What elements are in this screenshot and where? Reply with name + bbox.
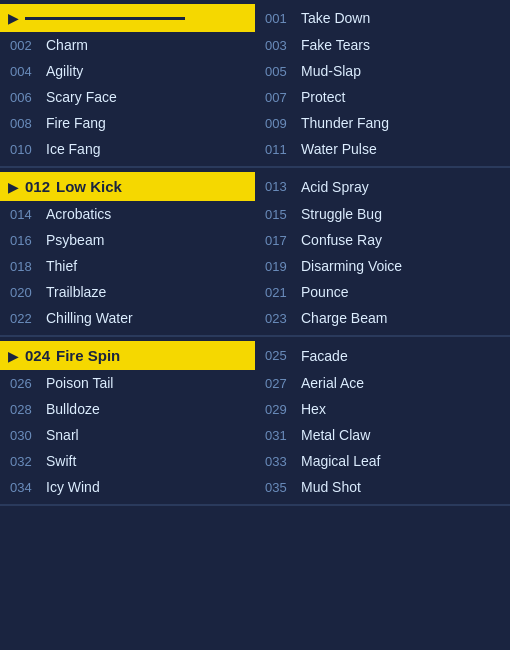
move-name: Fire Fang (46, 115, 106, 131)
section-2: ▶ 012 Low Kick 013 Acid Spray 014 Acroba… (0, 168, 510, 337)
move-num: 002 (10, 38, 42, 53)
move-034[interactable]: 034 Icy Wind (0, 474, 255, 500)
move-031[interactable]: 031 Metal Claw (255, 422, 510, 448)
move-002[interactable]: 002 Charm (0, 32, 255, 58)
move-name: Trailblaze (46, 284, 106, 300)
move-name: Poison Tail (46, 375, 113, 391)
move-name: Thief (46, 258, 77, 274)
move-num: 031 (265, 428, 297, 443)
move-num: 022 (10, 311, 42, 326)
move-014[interactable]: 014 Acrobatics (0, 201, 255, 227)
move-name: Acid Spray (301, 179, 369, 195)
move-num: 017 (265, 233, 297, 248)
move-name: Protect (301, 89, 345, 105)
move-num: 018 (10, 259, 42, 274)
move-019[interactable]: 019 Disarming Voice (255, 253, 510, 279)
move-033[interactable]: 033 Magical Leaf (255, 448, 510, 474)
move-name: Metal Claw (301, 427, 370, 443)
move-num: 013 (265, 179, 297, 194)
move-021[interactable]: 021 Pounce (255, 279, 510, 305)
move-016[interactable]: 016 Psybeam (0, 227, 255, 253)
move-num: 029 (265, 402, 297, 417)
move-023[interactable]: 023 Charge Beam (255, 305, 510, 331)
move-010[interactable]: 010 Ice Fang (0, 136, 255, 162)
move-num: 015 (265, 207, 297, 222)
move-030[interactable]: 030 Snarl (0, 422, 255, 448)
move-003[interactable]: 003 Fake Tears (255, 32, 510, 58)
move-035[interactable]: 035 Mud Shot (255, 474, 510, 500)
move-026[interactable]: 026 Poison Tail (0, 370, 255, 396)
move-name: Mud Shot (301, 479, 361, 495)
move-num: 014 (10, 207, 42, 222)
move-num: 023 (265, 311, 297, 326)
move-name: Charm (46, 37, 88, 53)
move-027[interactable]: 027 Aerial Ace (255, 370, 510, 396)
move-name: Agility (46, 63, 83, 79)
move-name: Bulldoze (46, 401, 100, 417)
move-015[interactable]: 015 Struggle Bug (255, 201, 510, 227)
move-007[interactable]: 007 Protect (255, 84, 510, 110)
move-name: Hex (301, 401, 326, 417)
move-name: Mud-Slap (301, 63, 361, 79)
search-bar[interactable]: ▶ (0, 4, 255, 32)
move-name: Fake Tears (301, 37, 370, 53)
move-022[interactable]: 022 Chilling Water (0, 305, 255, 331)
move-name: Ice Fang (46, 141, 100, 157)
move-num: 016 (10, 233, 42, 248)
move-008[interactable]: 008 Fire Fang (0, 110, 255, 136)
move-017[interactable]: 017 Confuse Ray (255, 227, 510, 253)
move-018[interactable]: 018 Thief (0, 253, 255, 279)
search-line (25, 17, 185, 20)
move-num: 032 (10, 454, 42, 469)
move-001[interactable]: 001 Take Down (255, 4, 510, 32)
move-028[interactable]: 028 Bulldoze (0, 396, 255, 422)
app-container: ▶ 001 Take Down 002 Charm 003 Fake Tears… (0, 0, 510, 506)
move-num: 008 (10, 116, 42, 131)
move-005[interactable]: 005 Mud-Slap (255, 58, 510, 84)
header-name-2: Low Kick (56, 178, 122, 195)
move-name: Psybeam (46, 232, 104, 248)
move-num: 020 (10, 285, 42, 300)
move-name: Scary Face (46, 89, 117, 105)
move-name: Facade (301, 348, 348, 364)
move-num: 021 (265, 285, 297, 300)
move-num: 001 (265, 11, 297, 26)
move-num: 009 (265, 116, 297, 131)
move-020[interactable]: 020 Trailblaze (0, 279, 255, 305)
section-2-header[interactable]: ▶ 012 Low Kick (0, 172, 255, 201)
move-num: 011 (265, 142, 297, 157)
move-name: Water Pulse (301, 141, 377, 157)
move-name: Magical Leaf (301, 453, 380, 469)
move-025[interactable]: 025 Facade (255, 341, 510, 370)
move-num: 010 (10, 142, 42, 157)
play-icon-3: ▶ (8, 348, 19, 364)
move-name: Swift (46, 453, 76, 469)
header-name-3: Fire Spin (56, 347, 120, 364)
move-013[interactable]: 013 Acid Spray (255, 172, 510, 201)
move-num: 027 (265, 376, 297, 391)
section-3: ▶ 024 Fire Spin 025 Facade 026 Poison Ta… (0, 337, 510, 506)
section-1: ▶ 001 Take Down 002 Charm 003 Fake Tears… (0, 0, 510, 168)
move-num: 028 (10, 402, 42, 417)
move-029[interactable]: 029 Hex (255, 396, 510, 422)
move-004[interactable]: 004 Agility (0, 58, 255, 84)
move-name: Chilling Water (46, 310, 133, 326)
move-name: Thunder Fang (301, 115, 389, 131)
move-name: Snarl (46, 427, 79, 443)
move-011[interactable]: 011 Water Pulse (255, 136, 510, 162)
move-num: 006 (10, 90, 42, 105)
move-num: 019 (265, 259, 297, 274)
move-num: 033 (265, 454, 297, 469)
move-name: Charge Beam (301, 310, 387, 326)
header-num-3: 024 (25, 347, 50, 364)
move-006[interactable]: 006 Scary Face (0, 84, 255, 110)
section-3-header[interactable]: ▶ 024 Fire Spin (0, 341, 255, 370)
move-032[interactable]: 032 Swift (0, 448, 255, 474)
play-icon-2: ▶ (8, 179, 19, 195)
move-name: Struggle Bug (301, 206, 382, 222)
move-num: 026 (10, 376, 42, 391)
move-009[interactable]: 009 Thunder Fang (255, 110, 510, 136)
move-num: 003 (265, 38, 297, 53)
move-num: 034 (10, 480, 42, 495)
play-icon-1: ▶ (8, 10, 19, 26)
